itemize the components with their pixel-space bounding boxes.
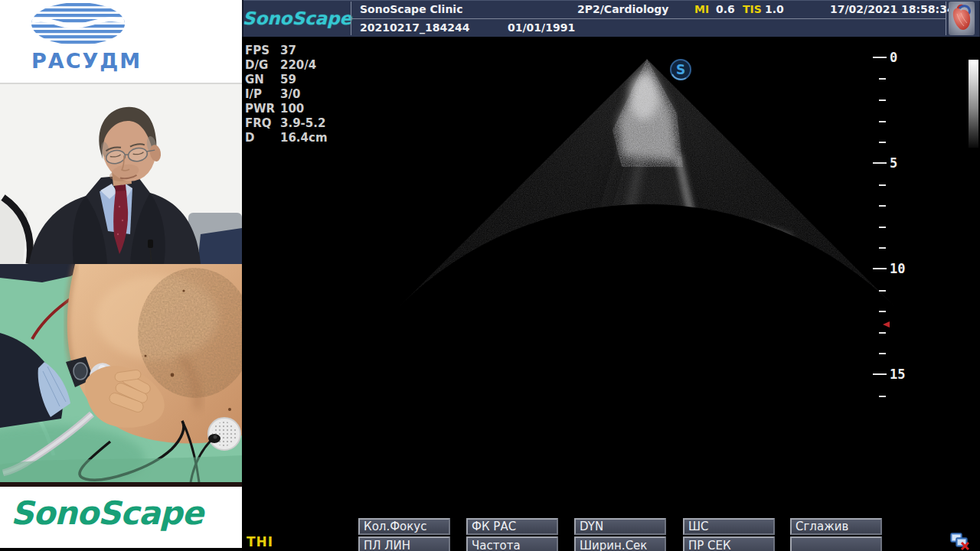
focus-marker-icon[interactable] [883, 321, 890, 328]
clinic-name: SonoScape Clinic [360, 0, 462, 18]
presenter-video [0, 84, 242, 264]
minor-tick [879, 142, 886, 143]
minor-tick [879, 99, 886, 101]
mi-value: 0.6 [716, 0, 735, 18]
exam-id: 20210217_184244 [360, 18, 469, 37]
softkey-smoothing[interactable]: Сглажив [790, 518, 882, 535]
depth-label: 10 [890, 261, 905, 276]
minor-tick [879, 184, 886, 186]
major-tick [873, 57, 887, 58]
left-column: РАСУДМ [0, 0, 242, 551]
presenter-illustration [0, 84, 242, 264]
probe-illustration [0, 264, 242, 482]
minor-tick [879, 227, 886, 228]
softkey-frequency[interactable]: Частота [466, 536, 558, 551]
minor-tick [879, 205, 886, 207]
rasudm-logo-text: РАСУДМ [31, 49, 142, 73]
header-bar: SonoScape SonoScape Clinic 2P2/Cardiolog… [242, 0, 980, 37]
screen: РАСУДМ [0, 0, 980, 551]
tis-label: TIS [743, 0, 762, 18]
echo-image: S [242, 37, 980, 551]
softkey-focus-count[interactable]: Кол.Фокус [358, 518, 450, 535]
grayscale-bar [969, 60, 978, 148]
major-tick [873, 268, 887, 269]
softkey-fk-ras[interactable]: ФК РАС [466, 518, 558, 535]
exam-preset: 2P2/Cardiology [577, 0, 669, 18]
softkey-focus-pos[interactable]: ПЛ ЛИН [358, 536, 450, 551]
patient-dob: 01/01/1991 [508, 18, 575, 37]
network-disconnected-icon [950, 531, 970, 551]
machine-logo-text: SonoScape [243, 8, 351, 28]
sonoscape-logo-text: SonoScape [11, 494, 203, 532]
softkey-pr-sek[interactable]: ПР СЕК [683, 536, 775, 551]
minor-tick [879, 121, 886, 122]
minor-tick [879, 332, 886, 334]
mode-label: THI [247, 534, 273, 549]
datetime: 17/02/2021 18:58:34 [830, 0, 955, 18]
major-tick [873, 162, 887, 164]
minor-tick [879, 78, 886, 80]
minor-tick [879, 290, 886, 292]
heart-probe-icon [949, 2, 975, 35]
ultrasound-ui: SonoScape SonoScape Clinic 2P2/Cardiolog… [242, 0, 980, 551]
depth-label: 5 [890, 155, 897, 171]
rasudm-logo-panel: РАСУДМ [0, 0, 242, 84]
letterbox-strip [0, 548, 242, 551]
depth-label: 15 [890, 367, 905, 382]
rasudm-globe-icon [0, 0, 242, 47]
probe-video [0, 264, 242, 482]
minor-tick [879, 311, 886, 312]
depth-label: 0 [890, 50, 897, 65]
tis-value: 1.0 [765, 0, 784, 18]
softkey-shs[interactable]: ШС [683, 518, 775, 535]
sonoscape-logo-panel: SonoScape [0, 487, 242, 548]
minor-tick [879, 247, 886, 249]
mi-label: MI [694, 0, 709, 18]
major-tick [873, 373, 887, 375]
machine-logo-block: SonoScape [243, 0, 351, 37]
minor-tick [879, 396, 886, 397]
orientation-marker-icon: S [671, 60, 691, 80]
minor-tick [879, 353, 886, 354]
softkey-dyn[interactable]: DYN [574, 518, 666, 535]
svg-text:S: S [676, 62, 685, 77]
softkey-empty[interactable] [790, 536, 882, 551]
softkey-sector-width[interactable]: Ширин.Сек [574, 536, 666, 551]
